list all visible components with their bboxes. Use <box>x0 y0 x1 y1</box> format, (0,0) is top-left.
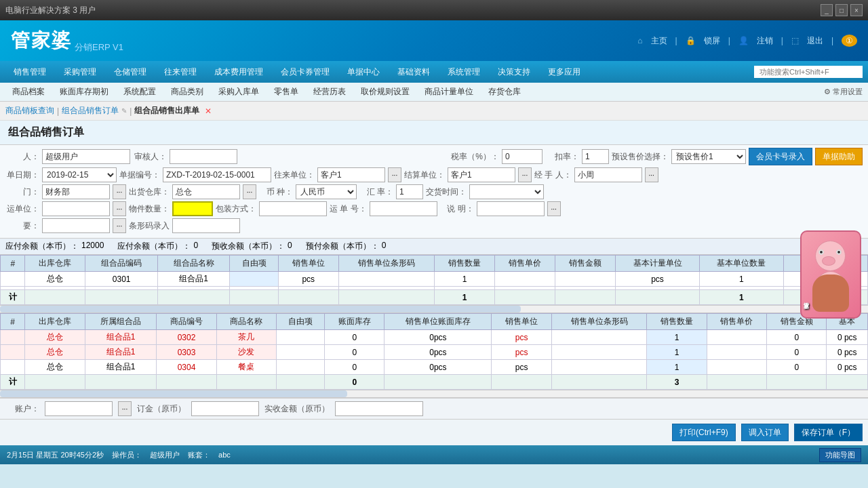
nav-cost[interactable]: 成本费用管理 <box>206 64 271 81</box>
subnav-price-rules[interactable]: 取价规则设置 <box>354 84 416 100</box>
subnav-goods-file[interactable]: 商品档案 <box>5 84 52 100</box>
bill-no-input[interactable] <box>163 167 271 182</box>
nav-warehouse[interactable]: 仓储管理 <box>106 64 155 81</box>
date-select[interactable]: 2019-02-15 <box>42 167 117 182</box>
table-row[interactable]: 总仓 0301 组合品1 pcs 1 pcs 1 <box>1 272 868 287</box>
lower-table: # 出库仓库 所属组合品 商品编号 商品名称 自由项 账面库存 销售单位账面库存… <box>0 313 868 390</box>
summary-row: 应付余额（本币）： 12000 应付余额（本币）： 0 预收余额（本币）： 0 … <box>0 239 868 255</box>
handler-input[interactable] <box>574 167 642 182</box>
currency-select[interactable]: 人民币 <box>296 184 357 199</box>
actual-amount-label: 实收金额（原币） <box>264 403 330 415</box>
breadcrumb-combo-sales[interactable]: 组合品销售订单 <box>62 105 119 117</box>
account-dots[interactable]: ··· <box>118 401 132 416</box>
subnav-units[interactable]: 商品计量单位 <box>418 84 480 100</box>
nav-system[interactable]: 系统管理 <box>439 64 488 81</box>
settings-btn[interactable]: ⚙ 常用设置 <box>824 87 863 97</box>
remark-input[interactable] <box>477 201 545 216</box>
lower-table-container[interactable]: # 出库仓库 所属组合品 商品编号 商品名称 自由项 账面库存 销售单位账面库存… <box>0 313 868 390</box>
dept-dots[interactable]: ··· <box>113 184 126 199</box>
price-select[interactable]: 预设售价1 <box>671 149 746 164</box>
exit-link[interactable]: 退出 <box>807 35 823 47</box>
maximize-btn[interactable]: □ <box>835 4 848 16</box>
tracking-input[interactable] <box>370 201 437 216</box>
discount-input[interactable] <box>582 149 609 164</box>
breadcrumb-close-btn[interactable]: ✕ <box>205 106 212 116</box>
lower-table-row[interactable]: 总仓 组合品1 0303 沙发 0 0pcs pcs 1 0 0 pcs <box>1 345 868 360</box>
info-link[interactable]: ① <box>842 35 857 47</box>
remark-dots[interactable]: ··· <box>547 201 561 216</box>
parts-count-input[interactable] <box>172 201 213 216</box>
footer-operator: 超级用户 <box>150 450 180 460</box>
breadcrumb-query[interactable]: 商品销板查询 <box>5 105 54 117</box>
warehouse-input[interactable] <box>172 184 240 199</box>
lower-scrollbar[interactable] <box>0 390 868 398</box>
actual-amount-input[interactable] <box>335 401 423 416</box>
nav-relations[interactable]: 往来管理 <box>156 64 205 81</box>
to-unit-dots[interactable]: ··· <box>388 167 401 182</box>
nav-bills[interactable]: 单据中心 <box>339 64 388 81</box>
subnav-sys-config[interactable]: 系统配置 <box>117 84 163 100</box>
trade-time-select[interactable] <box>469 184 544 199</box>
close-btn[interactable]: × <box>850 4 863 16</box>
order-deposit-input[interactable] <box>191 401 259 416</box>
subnav-retail[interactable]: 零售单 <box>267 84 305 100</box>
approver-input[interactable] <box>170 149 237 164</box>
nav-member[interactable]: 会员卡券管理 <box>273 64 338 81</box>
home-link[interactable]: 主页 <box>651 35 667 47</box>
cell-free-item[interactable] <box>230 272 278 287</box>
exchange-input[interactable] <box>396 184 423 199</box>
to-unit-input[interactable] <box>317 167 385 182</box>
import-order-btn[interactable]: 调入订单 <box>741 424 789 441</box>
nav-purchase[interactable]: 采购管理 <box>56 64 104 81</box>
lower-table-row[interactable]: 总仓 组合品1 0304 餐桌 0 0pcs pcs 1 0 0 pcs <box>1 360 868 375</box>
window-controls[interactable]: _ □ × <box>821 4 863 16</box>
pre-receive-summary: 预收余额（本币）： 0 <box>212 241 292 252</box>
subnav-goods-cat[interactable]: 商品类别 <box>164 84 210 100</box>
to-unit-label: 往来单位： <box>274 169 315 181</box>
upper-table-container[interactable]: # 出库仓库 组合品编码 组合品名称 自由项 销售单位 销售单位条形码 销售数量… <box>0 255 868 305</box>
nav-decision[interactable]: 决策支持 <box>490 64 538 81</box>
ship-input[interactable] <box>42 201 110 216</box>
handler-dots[interactable]: ··· <box>645 167 658 182</box>
nav-sales[interactable]: 销售管理 <box>5 64 54 81</box>
ship-dots[interactable]: ··· <box>113 201 126 216</box>
breadcrumb-combo-out: 组合品销售出库单 <box>134 105 199 117</box>
col-free-item: 自由项 <box>230 256 278 272</box>
dept-input[interactable] <box>42 184 110 199</box>
barcode-input[interactable] <box>172 218 240 233</box>
nav-search-input[interactable] <box>754 66 863 78</box>
assist-btn[interactable]: 单据助助 <box>815 148 863 165</box>
subnav-book-init[interactable]: 账面库存期初 <box>53 84 115 100</box>
upper-scrollbar[interactable] <box>0 305 868 313</box>
col-sale-qty: 销售数量 <box>435 256 495 272</box>
nav-more[interactable]: 更多应用 <box>540 64 589 81</box>
nav-basic[interactable]: 基础资料 <box>389 64 438 81</box>
settle-dots[interactable]: ··· <box>518 167 532 182</box>
logout-link[interactable]: 注销 <box>757 35 773 47</box>
account-input[interactable] <box>45 401 113 416</box>
lower-table-row[interactable]: 总仓 组合品1 0302 茶几 0 0pcs pcs 1 0 0 pcs <box>1 330 868 345</box>
minimize-btn[interactable]: _ <box>821 4 833 16</box>
person-input[interactable] <box>42 149 130 164</box>
warehouse-dots[interactable]: ··· <box>243 184 256 199</box>
page-title: 组合品销售订单 <box>8 125 84 140</box>
settle-input[interactable] <box>448 167 515 182</box>
subnav-inventory[interactable]: 存货仓库 <box>481 84 528 100</box>
tax-input[interactable] <box>502 149 542 164</box>
cell-base-unit: pcs <box>616 272 700 287</box>
print-btn[interactable]: 打印(Ctrl+F9) <box>672 424 736 441</box>
need-input[interactable] <box>42 218 110 233</box>
col-combo-name: 组合品名称 <box>157 256 229 272</box>
lower-col-combo-belong: 所属组合品 <box>85 314 157 330</box>
dept-label: 门： <box>5 186 39 198</box>
function-map-btn[interactable]: 功能导图 <box>819 448 861 462</box>
lock-link[interactable]: 锁屏 <box>704 35 720 47</box>
save-order-btn[interactable]: 保存订单（F） <box>794 424 863 441</box>
packing-input[interactable] <box>259 201 327 216</box>
col-num: # <box>1 256 25 272</box>
subnav-history[interactable]: 经营历表 <box>307 84 353 100</box>
member-card-btn[interactable]: 会员卡号录入 <box>749 148 812 165</box>
exchange-label: 汇 率： <box>359 186 393 198</box>
subnav-purchase-in[interactable]: 采购入库单 <box>212 84 266 100</box>
need-dots[interactable]: ··· <box>113 218 126 233</box>
